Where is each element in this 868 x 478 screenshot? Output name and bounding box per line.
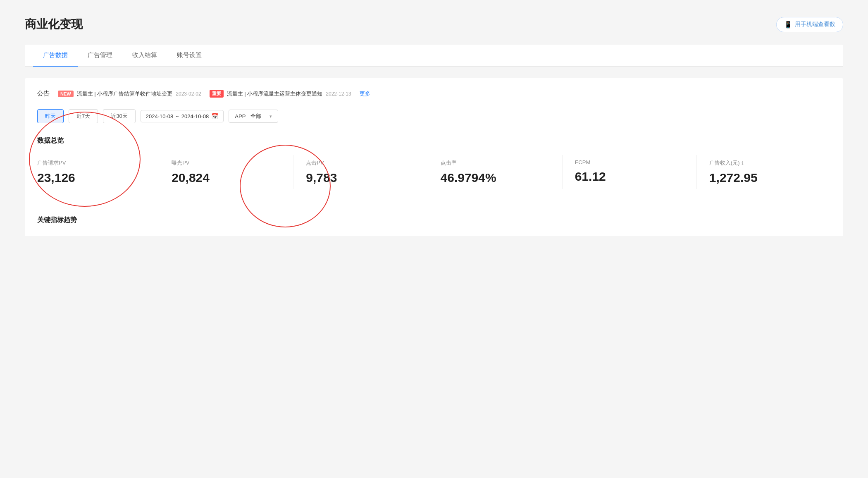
metric-click-rate: 点击率 46.9794% (428, 155, 563, 189)
badge-important-2: 重要 (210, 90, 224, 98)
more-announcements-link[interactable]: 更多 (360, 90, 370, 98)
metric-label-ad-revenue: 广告收入(元) ℹ (709, 159, 818, 167)
metric-ad-request-pv: 广告请求PV 23,126 (37, 155, 159, 189)
metric-exposure-pv: 曝光PV 20,824 (159, 155, 293, 189)
date-range-picker[interactable]: 2024-10-08 ~ 2024-10-08 📅 (141, 110, 224, 122)
filter-bar: 昨天 近7天 近30天 2024-10-08 ~ 2024-10-08 📅 AP… (37, 109, 831, 123)
metric-label-click: 点击PV (306, 159, 415, 167)
content-card: 公告 NEW 流量主 | 小程序广告结算单收件地址变更 2023-02-02 重… (25, 78, 843, 236)
page-header: 商业化变现 📱 用手机端查看数 (25, 17, 843, 32)
time-yesterday-button[interactable]: 昨天 (37, 109, 64, 123)
app-filter-dropdown[interactable]: APP 全部 ▾ (229, 110, 278, 123)
announcement-label: 公告 (37, 90, 50, 98)
metric-value-ad-revenue: 1,272.95 (709, 171, 818, 185)
tab-ad-manage[interactable]: 广告管理 (78, 45, 122, 67)
page-title: 商业化变现 (25, 17, 83, 32)
metric-value-ad-request: 23,126 (37, 171, 146, 185)
metric-value-exposure: 20,824 (172, 171, 281, 185)
date-end: 2024-10-08 (181, 113, 209, 120)
mobile-view-button[interactable]: 📱 用手机端查看数 (776, 17, 843, 32)
tab-ad-data[interactable]: 广告数据 (33, 45, 78, 67)
metric-value-click-rate: 46.9794% (441, 171, 550, 185)
data-overview-section: 数据总览 广告请求PV 23,126 曝光PV 20,824 点击 (37, 136, 831, 189)
announcement-item-2: 重要 流量主 | 小程序流量主运营主体变更通知 2022-12-13 (210, 90, 351, 98)
app-filter-label: APP (235, 113, 246, 120)
metric-ad-revenue: 广告收入(元) ℹ 1,272.95 (697, 155, 831, 189)
announcement-bar: 公告 NEW 流量主 | 小程序广告结算单收件地址变更 2023-02-02 重… (37, 90, 831, 98)
metric-label-ad-request: 广告请求PV (37, 159, 146, 167)
time-30days-button[interactable]: 近30天 (103, 109, 135, 123)
ann-text-1[interactable]: 流量主 | 小程序广告结算单收件地址变更 (77, 90, 173, 98)
metric-value-click: 9,783 (306, 171, 415, 185)
ann-date-2: 2022-12-13 (326, 91, 351, 97)
ann-date-1: 2023-02-02 (176, 91, 201, 97)
chevron-down-icon: ▾ (269, 114, 272, 119)
key-metrics-title: 关键指标趋势 (37, 216, 831, 225)
time-7days-button[interactable]: 近7天 (69, 109, 98, 123)
metric-label-ecpm: ECPM (575, 159, 684, 165)
metric-value-ecpm: 61.12 (575, 170, 684, 184)
mobile-btn-label: 用手机端查看数 (795, 21, 835, 28)
date-start: 2024-10-08 (146, 113, 174, 120)
badge-new-1: NEW (58, 91, 74, 97)
tab-account[interactable]: 账号设置 (167, 45, 212, 67)
data-overview-title: 数据总览 (37, 136, 831, 145)
metric-label-click-rate: 点击率 (441, 159, 550, 167)
metrics-row: 广告请求PV 23,126 曝光PV 20,824 点击PV 9,783 (37, 155, 831, 189)
metric-label-exposure: 曝光PV (172, 159, 281, 167)
tab-revenue[interactable]: 收入结算 (122, 45, 167, 67)
mobile-icon: 📱 (784, 21, 792, 29)
app-filter-value: 全部 (250, 112, 261, 120)
calendar-icon: 📅 (211, 113, 218, 120)
section-divider (37, 199, 831, 199)
date-separator: ~ (176, 113, 179, 120)
announcement-item-1: NEW 流量主 | 小程序广告结算单收件地址变更 2023-02-02 (58, 90, 201, 98)
metric-click-pv: 点击PV 9,783 (293, 155, 428, 189)
tabs-bar: 广告数据 广告管理 收入结算 账号设置 (25, 45, 843, 67)
page-wrapper: 商业化变现 📱 用手机端查看数 广告数据 广告管理 收入结算 账号设置 公告 N… (0, 0, 868, 253)
metric-ecpm: ECPM 61.12 (563, 155, 697, 189)
ann-text-2[interactable]: 流量主 | 小程序流量主运营主体变更通知 (227, 90, 323, 98)
info-icon-ad-revenue[interactable]: ℹ (742, 160, 744, 166)
